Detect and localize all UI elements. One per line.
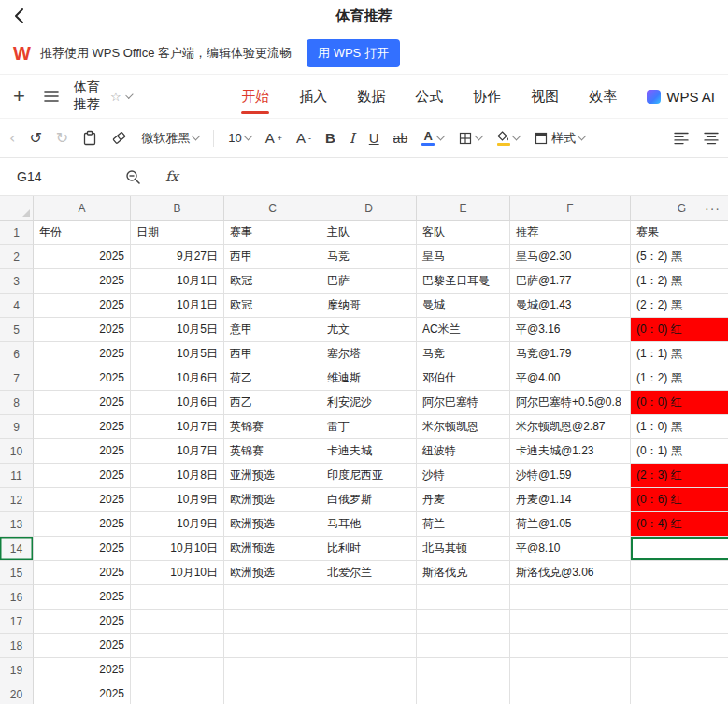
cell-C9[interactable]: 英锦赛 — [224, 415, 321, 439]
cell-A4[interactable]: 2025 — [34, 294, 131, 318]
cell-G20[interactable] — [631, 682, 728, 704]
cell-D11[interactable]: 印度尼西亚 — [321, 464, 417, 488]
cell-D9[interactable]: 雷丁 — [321, 415, 417, 439]
cell-G16[interactable] — [631, 585, 728, 610]
column-header-C[interactable]: C — [224, 196, 321, 221]
cell-D1[interactable]: 主队 — [321, 221, 417, 245]
cell-C12[interactable]: 欧洲预选 — [224, 488, 321, 512]
cell-A6[interactable]: 2025 — [34, 342, 131, 366]
cell-G8[interactable]: (0：0) 红 — [631, 391, 728, 415]
cell-G1[interactable]: 赛果 — [631, 221, 728, 245]
cell-D7[interactable]: 维迪斯 — [321, 366, 417, 391]
cell-G11[interactable]: (2：3) 红 — [631, 464, 728, 488]
bold-button[interactable]: B — [325, 130, 335, 146]
clear-format-icon[interactable] — [111, 131, 127, 145]
cell-A17[interactable]: 2025 — [34, 610, 131, 634]
cell-D13[interactable]: 马耳他 — [321, 512, 417, 537]
cell-A13[interactable]: 2025 — [34, 512, 131, 537]
cell-F15[interactable]: 斯洛伐克@3.06 — [510, 561, 631, 585]
back-icon[interactable] — [9, 7, 28, 25]
cell-E15[interactable]: 斯洛伐克 — [417, 561, 510, 585]
cell-E8[interactable]: 阿尔巴塞特 — [417, 391, 510, 415]
cell-C18[interactable] — [224, 634, 321, 658]
cell-C13[interactable]: 欧洲预选 — [224, 512, 321, 537]
cell-B12[interactable]: 10月9日 — [131, 488, 224, 512]
cell-F12[interactable]: 丹麦@1.14 — [510, 488, 631, 512]
collapse-toolbar-icon[interactable]: ‹ — [9, 129, 15, 147]
cell-A16[interactable]: 2025 — [34, 585, 131, 610]
tab-home[interactable]: 开始 — [241, 75, 269, 118]
cell-C2[interactable]: 西甲 — [224, 245, 321, 269]
column-header-D[interactable]: D — [321, 196, 417, 221]
cell-A7[interactable]: 2025 — [34, 366, 131, 391]
cell-E5[interactable]: AC米兰 — [417, 318, 510, 342]
cell-G13[interactable]: (0：4) 红 — [631, 512, 728, 537]
cell-A14[interactable]: 2025 — [34, 537, 131, 561]
cell-C5[interactable]: 意甲 — [224, 318, 321, 342]
underline-button[interactable]: U — [369, 130, 379, 146]
cell-G19[interactable] — [631, 658, 728, 682]
cell-A5[interactable]: 2025 — [34, 318, 131, 342]
row-header-17[interactable]: 17 — [0, 610, 34, 634]
cell-F7[interactable]: 平@4.00 — [510, 366, 631, 391]
cell-A9[interactable]: 2025 — [34, 415, 131, 439]
zoom-icon[interactable] — [125, 169, 141, 185]
new-document-icon[interactable]: + — [13, 86, 25, 107]
paste-icon[interactable] — [82, 130, 97, 146]
cell-B2[interactable]: 9月27日 — [131, 245, 224, 269]
borders-button[interactable] — [458, 131, 482, 146]
more-columns-button[interactable]: ··· — [705, 196, 721, 221]
cell-F18[interactable] — [510, 634, 631, 658]
cell-G10[interactable]: (0：1) 黑 — [631, 439, 728, 464]
cell-F13[interactable]: 荷兰@1.05 — [510, 512, 631, 537]
cell-E18[interactable] — [417, 634, 510, 658]
row-header-13[interactable]: 13 — [0, 512, 34, 537]
increase-font-size-button[interactable]: A+ — [265, 130, 282, 146]
cell-F19[interactable] — [510, 658, 631, 682]
cell-E9[interactable]: 米尔顿凯恩 — [417, 415, 510, 439]
cell-G7[interactable]: (1：2) 黑 — [631, 366, 728, 391]
open-in-wps-button[interactable]: 用 WPS 打开 — [307, 39, 400, 67]
cell-D8[interactable]: 利安泥沙 — [321, 391, 417, 415]
cell-B5[interactable]: 10月5日 — [131, 318, 224, 342]
row-header-8[interactable]: 8 — [0, 391, 34, 415]
column-header-F[interactable]: F — [510, 196, 631, 221]
cell-C20[interactable] — [224, 682, 321, 704]
cell-D16[interactable] — [321, 585, 417, 610]
cell-F6[interactable]: 马竞@1.79 — [510, 342, 631, 366]
cell-D15[interactable]: 北爱尔兰 — [321, 561, 417, 585]
row-header-15[interactable]: 15 — [0, 561, 34, 585]
font-name-select[interactable]: 微软雅黑 — [141, 130, 199, 147]
cell-G6[interactable]: (1：1) 黑 — [631, 342, 728, 366]
cell-D3[interactable]: 巴萨 — [321, 269, 417, 294]
cell-reference-box[interactable]: G14 — [17, 169, 101, 184]
row-header-10[interactable]: 10 — [0, 439, 34, 464]
cell-G17[interactable] — [631, 610, 728, 634]
undo-icon[interactable]: ↺ — [29, 129, 41, 147]
cell-A2[interactable]: 2025 — [34, 245, 131, 269]
cell-B4[interactable]: 10月1日 — [131, 294, 224, 318]
cell-B8[interactable]: 10月6日 — [131, 391, 224, 415]
redo-icon[interactable]: ↻ — [56, 129, 68, 147]
row-header-3[interactable]: 3 — [0, 269, 34, 294]
decrease-font-size-button[interactable]: A- — [296, 130, 311, 146]
cell-E1[interactable]: 客队 — [417, 221, 510, 245]
cell-E3[interactable]: 巴黎圣日耳曼 — [417, 269, 510, 294]
cell-C16[interactable] — [224, 585, 321, 610]
cell-C1[interactable]: 赛事 — [224, 221, 321, 245]
cell-C17[interactable] — [224, 610, 321, 634]
cell-B10[interactable]: 10月7日 — [131, 439, 224, 464]
cell-E4[interactable]: 曼城 — [417, 294, 510, 318]
cell-D4[interactable]: 摩纳哥 — [321, 294, 417, 318]
tab-view[interactable]: 视图 — [531, 75, 559, 118]
row-header-12[interactable]: 12 — [0, 488, 34, 512]
cell-B11[interactable]: 10月8日 — [131, 464, 224, 488]
insert-function-button[interactable]: fx — [165, 168, 178, 185]
align-left-icon[interactable] — [674, 132, 689, 145]
cell-F3[interactable]: 巴萨@1.77 — [510, 269, 631, 294]
menu-icon[interactable] — [44, 91, 59, 102]
row-header-18[interactable]: 18 — [0, 634, 34, 658]
font-color-button[interactable]: A — [421, 130, 444, 146]
cell-B7[interactable]: 10月6日 — [131, 366, 224, 391]
cell-F14[interactable]: 平@8.10 — [510, 537, 631, 561]
